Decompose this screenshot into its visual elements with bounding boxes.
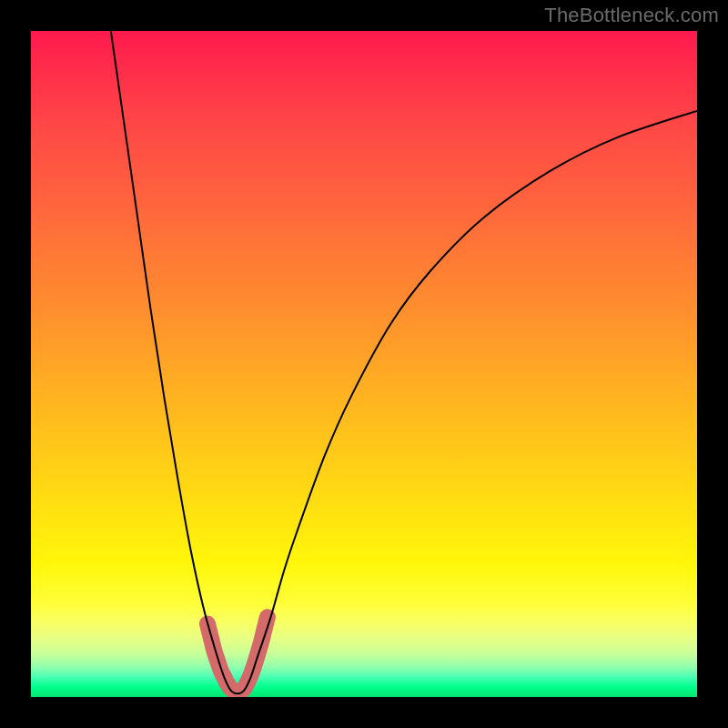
plot-area	[31, 31, 697, 697]
curve-layer	[31, 31, 697, 697]
bottleneck-curve	[111, 31, 697, 693]
chart-frame: TheBottleneck.com	[0, 0, 728, 728]
watermark-text: TheBottleneck.com	[544, 4, 719, 27]
